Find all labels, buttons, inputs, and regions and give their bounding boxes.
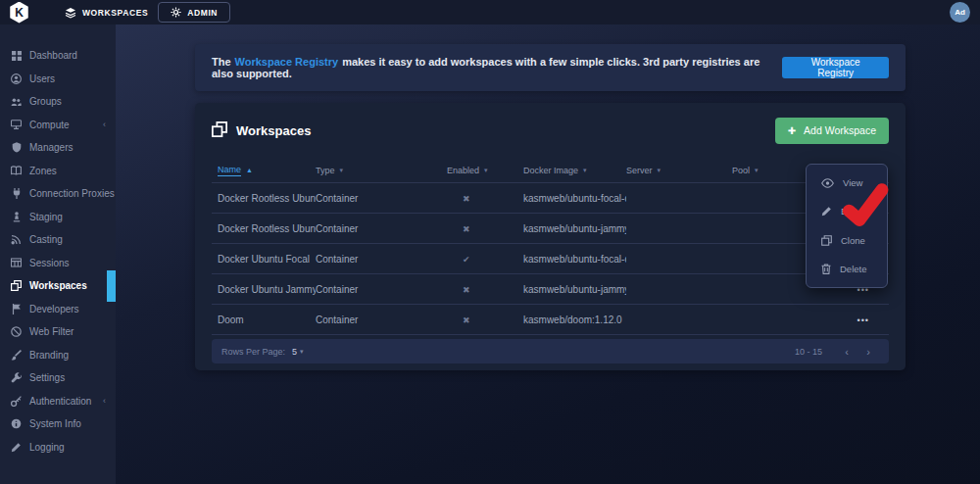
cell-type: Container — [316, 284, 447, 295]
table-row[interactable]: Doom Container ✖ kasmweb/doom:1.12.0 ••• — [212, 305, 889, 335]
chevron-expand-icon: ‹ — [103, 396, 106, 406]
ban-icon — [11, 326, 22, 337]
banner-text-prefix: The — [212, 56, 231, 68]
sidebar-item-sessions[interactable]: Sessions — [0, 252, 116, 275]
menu-item-view[interactable]: View — [807, 169, 887, 197]
sidebar-item-label: Logging — [29, 442, 65, 453]
nav-admin[interactable]: ADMIN — [158, 2, 230, 23]
nav-workspaces[interactable]: WORKSPACES — [65, 7, 148, 19]
main-content: TheWorkspace Registrymakes it easy to ad… — [116, 24, 980, 484]
panel-title-label: Workspaces — [236, 123, 311, 138]
sidebar-item-label: Staging — [29, 212, 63, 222]
wrench-icon — [11, 372, 22, 383]
sidebar-item-system-info[interactable]: System Info — [0, 412, 116, 436]
kasm-logo[interactable]: K — [9, 2, 29, 24]
sidebar-item-groups[interactable]: Groups — [0, 90, 116, 114]
pencil-icon — [821, 206, 832, 217]
menu-item-edit[interactable]: Edit — [807, 197, 887, 225]
add-workspace-label: Add Workspace — [804, 124, 876, 136]
shield-icon — [11, 142, 22, 153]
column-header-server[interactable]: Server ▾ — [626, 166, 732, 175]
cell-name: Docker Rootless Ubuntu Jamm — [212, 223, 316, 234]
page-range-label: 10 - 15 — [795, 347, 822, 357]
row-actions-icon[interactable]: ••• — [858, 315, 869, 325]
user-avatar[interactable]: Ad — [950, 2, 970, 23]
enabled-cross-icon: ✖ — [463, 194, 470, 204]
sidebar-item-zones[interactable]: Zones — [0, 160, 116, 183]
filter-caret-icon: ▾ — [340, 167, 344, 174]
sidebar-item-users[interactable]: Users — [0, 68, 116, 91]
enabled-cross-icon: ✖ — [463, 224, 470, 234]
workspaces-panel: Workspaces ✚ Add Workspace Name ▲ Type ▾ — [195, 103, 906, 370]
cell-name: Docker Ubuntu Jammy — [212, 284, 316, 295]
cell-type: Container — [316, 193, 447, 204]
workspace-registry-button[interactable]: Workspace Registry — [782, 57, 889, 78]
sidebar-item-compute[interactable]: Compute ‹ — [0, 114, 116, 137]
sidebar-item-managers[interactable]: Managers — [0, 136, 116, 160]
sidebar-item-developers[interactable]: Developers — [0, 298, 116, 321]
rows-per-page-label: Rows Per Page: — [221, 347, 285, 357]
nav-workspaces-label: WORKSPACES — [82, 8, 148, 18]
rows-per-page-select[interactable]: 5 — [292, 347, 297, 357]
filter-caret-icon: ▾ — [658, 167, 662, 174]
table-row[interactable]: Docker Rootless Ubuntu Focal Container ✖… — [212, 183, 889, 214]
kasm-logo-letter: K — [15, 6, 24, 20]
sidebar-item-dashboard[interactable]: Dashboard — [0, 44, 116, 68]
registry-banner: TheWorkspace Registrymakes it easy to ad… — [195, 44, 906, 91]
sidebar-item-logging[interactable]: Logging — [0, 436, 116, 460]
column-header-enabled[interactable]: Enabled ▾ — [447, 166, 523, 175]
table-header-row: Name ▲ Type ▾ Enabled ▾ Docker Image ▾ S… — [212, 158, 889, 183]
chevron-expand-icon: ‹ — [103, 120, 106, 129]
sidebar-item-label: System Info — [29, 418, 81, 429]
menu-item-clone[interactable]: Clone — [807, 226, 887, 255]
cell-docker-image: kasmweb/ubuntu-focal-dind-r — [523, 193, 626, 204]
enabled-cross-icon: ✖ — [463, 315, 470, 325]
sidebar-item-workspaces[interactable]: Workspaces — [0, 274, 116, 298]
sidebar-item-label: Branding — [29, 350, 69, 361]
column-header-name[interactable]: Name ▲ — [212, 165, 316, 176]
cell-docker-image: kasmweb/ubuntu-jammy-dind — [523, 284, 626, 295]
sidebar-item-label: Users — [29, 73, 55, 84]
column-header-type[interactable]: Type ▾ — [316, 166, 447, 175]
key-icon — [11, 396, 22, 407]
sidebar-item-settings[interactable]: Settings — [0, 366, 116, 390]
kasm-admin-app: K WORKSPACES ADMIN Ad Dashboard Users Gr… — [0, 0, 980, 484]
registry-banner-text: TheWorkspace Registrymakes it easy to ad… — [212, 56, 782, 79]
enabled-cross-icon: ✖ — [463, 285, 470, 295]
trash-icon — [821, 264, 831, 274]
sidebar-item-staging[interactable]: Staging — [0, 206, 116, 229]
cell-docker-image: kasmweb/ubuntu-jammy-dind — [523, 223, 626, 234]
cell-name: Docker Rootless Ubuntu Focal — [212, 193, 316, 204]
add-workspace-button[interactable]: ✚ Add Workspace — [775, 118, 889, 144]
workspace-registry-link[interactable]: Workspace Registry — [235, 56, 339, 68]
users-group-icon — [11, 96, 22, 107]
sidebar-item-branding[interactable]: Branding — [0, 344, 116, 367]
cell-name: Docker Ubuntu Focal — [212, 254, 316, 265]
table-row[interactable]: Docker Rootless Ubuntu Jamm Container ✖ … — [212, 214, 889, 244]
table-row[interactable]: Docker Ubuntu Focal Container ✔ kasmweb/… — [212, 244, 889, 274]
filter-caret-icon: ▾ — [583, 167, 587, 174]
pagination: 10 - 15 ‹ › — [795, 346, 879, 358]
sidebar-item-label: Zones — [29, 166, 57, 176]
filter-caret-icon: ▾ — [484, 167, 488, 174]
enabled-check-icon: ✔ — [463, 255, 470, 265]
menu-item-delete[interactable]: Delete — [807, 255, 887, 283]
flag-icon — [11, 304, 22, 315]
cell-type: Container — [316, 315, 447, 325]
table-row[interactable]: Docker Ubuntu Jammy Container ✖ kasmweb/… — [212, 274, 889, 305]
next-page-button[interactable]: › — [858, 346, 879, 358]
sidebar-item-casting[interactable]: Casting — [0, 228, 116, 252]
sidebar-item-web-filter[interactable]: Web Filter — [0, 320, 116, 344]
cell-docker-image: kasmweb/doom:1.12.0 — [523, 315, 626, 325]
nav-admin-label: ADMIN — [187, 8, 218, 18]
sidebar-item-connection-proxies[interactable]: Connection Proxies — [0, 182, 116, 206]
column-header-docker-image[interactable]: Docker Image ▾ — [523, 166, 626, 175]
sidebar-item-label: Workspaces — [29, 280, 87, 291]
sidebar-item-label: Compute — [29, 120, 70, 130]
sidebar-item-authentication[interactable]: Authentication ‹ — [0, 390, 116, 413]
plug-icon — [11, 188, 22, 199]
cell-docker-image: kasmweb/ubuntu-focal-dind:1 — [523, 254, 626, 265]
previous-page-button[interactable]: ‹ — [836, 346, 858, 358]
panel-title: Workspaces — [212, 121, 311, 140]
sidebar-item-label: Authentication — [29, 396, 91, 407]
